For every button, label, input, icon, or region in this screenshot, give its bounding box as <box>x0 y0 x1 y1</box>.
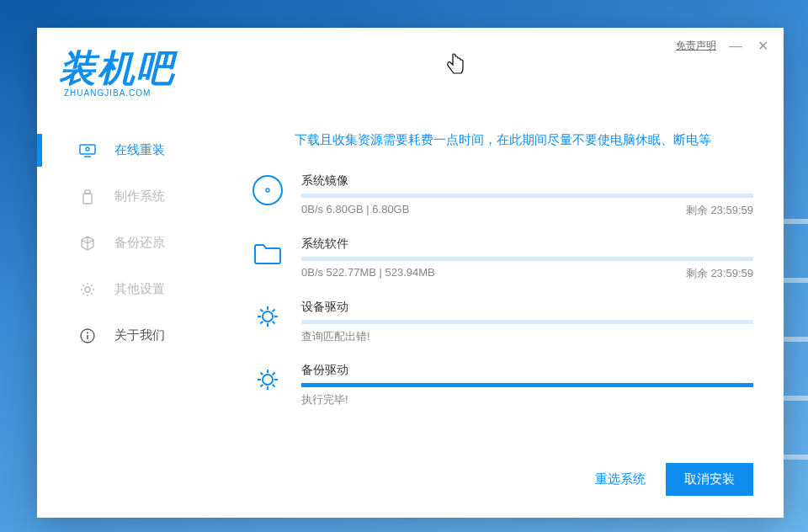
svg-point-5 <box>85 287 90 292</box>
sidebar-item-label: 关于我们 <box>114 327 165 343</box>
svg-point-7 <box>87 332 88 333</box>
task-device-driver: 设备驱动 查询匹配出错! <box>252 300 753 344</box>
app-window: 免责声明 — ✕ 装机吧 ZHUANGJIBA.COM 在线重装 制作系统 备份… <box>37 28 784 518</box>
minimize-button[interactable]: — <box>728 39 743 54</box>
gear-icon <box>252 301 283 332</box>
task-title: 系统软件 <box>301 237 348 252</box>
close-button[interactable]: ✕ <box>755 38 770 54</box>
info-icon <box>77 328 98 343</box>
task-backup-driver: 备份驱动 执行完毕! <box>252 363 753 407</box>
progress-bar <box>301 194 753 198</box>
progress-bar <box>301 383 753 387</box>
logo: 装机吧 ZHUANGJIBA.COM <box>59 50 175 98</box>
sidebar-item-backup-restore[interactable]: 备份还原 <box>37 220 239 266</box>
task-title: 备份驱动 <box>301 363 348 378</box>
svg-rect-4 <box>83 194 92 204</box>
task-system-image: 系统镜像 0B/s 6.80GB | 6.80GB 剩余 23:59:59 <box>252 173 753 218</box>
task-system-software: 系统软件 0B/s 522.77MB | 523.94MB 剩余 23:59:5… <box>252 237 753 281</box>
main-content: 下载且收集资源需要耗费一点时间，在此期间尽量不要使电脑休眠、断电等 系统镜像 0… <box>252 132 753 426</box>
svg-point-10 <box>263 311 273 322</box>
task-status: 查询匹配出错! <box>301 329 370 344</box>
progress-bar <box>301 257 753 261</box>
sidebar-item-online-reinstall[interactable]: 在线重装 <box>37 127 239 173</box>
task-remaining: 剩余 23:59:59 <box>686 266 753 281</box>
sidebar-item-make-system[interactable]: 制作系统 <box>37 173 239 220</box>
svg-rect-0 <box>80 145 95 154</box>
reselect-system-button[interactable]: 重选系统 <box>595 471 646 487</box>
usb-icon <box>77 189 98 205</box>
sidebar-item-label: 备份还原 <box>114 235 165 251</box>
task-status: 执行完毕! <box>301 392 348 407</box>
disc-icon <box>252 175 283 205</box>
sidebar-item-other-settings[interactable]: 其他设置 <box>37 266 239 312</box>
folder-icon <box>252 238 283 269</box>
svg-point-9 <box>266 189 269 192</box>
sidebar-item-label: 其他设置 <box>114 281 165 297</box>
monitor-icon <box>77 144 98 157</box>
sidebar-item-about[interactable]: 关于我们 <box>37 312 239 359</box>
titlebar: 免责声明 — ✕ <box>676 38 770 54</box>
logo-subtext: ZHUANGJIBA.COM <box>59 88 175 98</box>
sidebar: 在线重装 制作系统 备份还原 其他设置 关于我们 <box>37 127 239 359</box>
footer: 重选系统 取消安装 <box>595 463 753 496</box>
gear-icon <box>252 364 283 395</box>
sidebar-item-label: 在线重装 <box>114 142 165 158</box>
svg-point-2 <box>86 147 89 151</box>
progress-bar <box>301 320 753 324</box>
gear-icon <box>77 282 98 297</box>
cube-icon <box>77 236 98 251</box>
cancel-install-button[interactable]: 取消安装 <box>666 463 753 496</box>
notice-text: 下载且收集资源需要耗费一点时间，在此期间尽量不要使电脑休眠、断电等 <box>252 132 753 148</box>
sidebar-item-label: 制作系统 <box>114 189 165 205</box>
task-title: 设备驱动 <box>301 300 348 315</box>
logo-text: 装机吧 <box>59 50 175 87</box>
task-remaining: 剩余 23:59:59 <box>686 203 753 218</box>
task-stats: 0B/s 522.77MB | 523.94MB <box>301 266 435 281</box>
task-title: 系统镜像 <box>301 173 348 189</box>
svg-point-11 <box>263 375 273 385</box>
disclaimer-link[interactable]: 免责声明 <box>676 39 716 53</box>
task-stats: 0B/s 6.80GB | 6.80GB <box>301 203 409 218</box>
